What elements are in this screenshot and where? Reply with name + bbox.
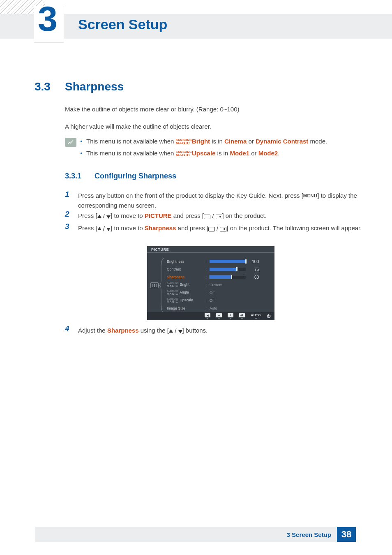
- osd-minus-icon[interactable]: −: [216, 313, 222, 319]
- osd-power-icon[interactable]: ⏻: [267, 314, 270, 318]
- menu-key-label: MENU: [303, 192, 317, 200]
- step-text-1: Press any button on the front of the pro…: [78, 191, 370, 210]
- osd-plus-icon[interactable]: +: [228, 313, 233, 319]
- up-down-icon: /: [169, 326, 182, 336]
- samsung-magic-label: SAMSUNGMAGIC: [176, 150, 192, 157]
- chapter-number: 3: [38, 0, 58, 39]
- step-number-3: 3: [65, 222, 69, 231]
- samsung-magic-label: SAMSUNGMAGIC: [176, 139, 192, 145]
- osd-back-icon[interactable]: ◂: [205, 313, 210, 319]
- note-bullet-2: This menu is not available when SAMSUNGM…: [86, 150, 370, 157]
- bullet-dot-icon: [81, 141, 82, 142]
- step-number-1: 1: [65, 190, 69, 199]
- section-number: 3.3: [35, 80, 51, 93]
- osd-auto-button[interactable]: AUTO: [251, 313, 261, 319]
- subsection-number: 3.3.1: [65, 172, 81, 180]
- up-down-icon: /: [97, 224, 111, 234]
- select-buttons-icon: /: [208, 224, 227, 234]
- up-down-icon: /: [97, 211, 111, 221]
- footer-band: 3 Screen Setup 38: [35, 527, 356, 542]
- osd-title: PICTURE: [151, 247, 169, 252]
- bullet-dot-icon: [81, 153, 82, 154]
- note-bullet-1: This menu is not available when SAMSUNGM…: [86, 138, 370, 145]
- step-number-4: 4: [65, 324, 69, 333]
- step-text-3: Press [ / ] to move to Sharpness and pre…: [78, 223, 370, 234]
- osd-picture-icon: [150, 282, 159, 288]
- osd-footer: ◂ − + ↵ AUTO ⏻: [147, 312, 274, 320]
- osd-row-angle[interactable]: SAMSUNGMAGIC Angle:Off: [167, 289, 270, 296]
- note-icon: [65, 138, 76, 147]
- osd-row-image-size[interactable]: Image Size:Auto: [167, 305, 270, 312]
- step-number-2: 2: [65, 210, 69, 219]
- osd-panel: PICTURE Brightness:100Contrast:75Sharpne…: [147, 246, 274, 320]
- osd-row-upscale[interactable]: SAMSUNGMAGIC Upscale:Off: [167, 297, 270, 304]
- step-text-4: Adjust the Sharpness using the [ / ] but…: [78, 326, 370, 336]
- osd-row-brightness[interactable]: Brightness:100: [167, 258, 270, 265]
- section-title: Sharpness: [65, 80, 124, 93]
- intro-text-2: A higher value will make the outline of …: [65, 122, 369, 132]
- osd-row-contrast[interactable]: Contrast:75: [167, 266, 270, 273]
- osd-row-sharpness[interactable]: Sharpness:60: [167, 273, 270, 281]
- osd-enter-icon[interactable]: ↵: [239, 313, 245, 319]
- footer-label: 3 Screen Setup: [287, 531, 331, 538]
- chapter-title: Screen Setup: [78, 16, 167, 32]
- subsection-title: Configuring Sharpness: [95, 172, 176, 180]
- step-text-2: Press [ / ] to move to PICTURE and press…: [78, 211, 370, 221]
- footer-page-number: 38: [337, 527, 356, 542]
- osd-row-bright[interactable]: SAMSUNGMAGIC Bright:Custom: [167, 281, 270, 289]
- select-buttons-icon: /: [204, 211, 222, 221]
- intro-text-1: Make the outline of objects more clear o…: [65, 105, 369, 114]
